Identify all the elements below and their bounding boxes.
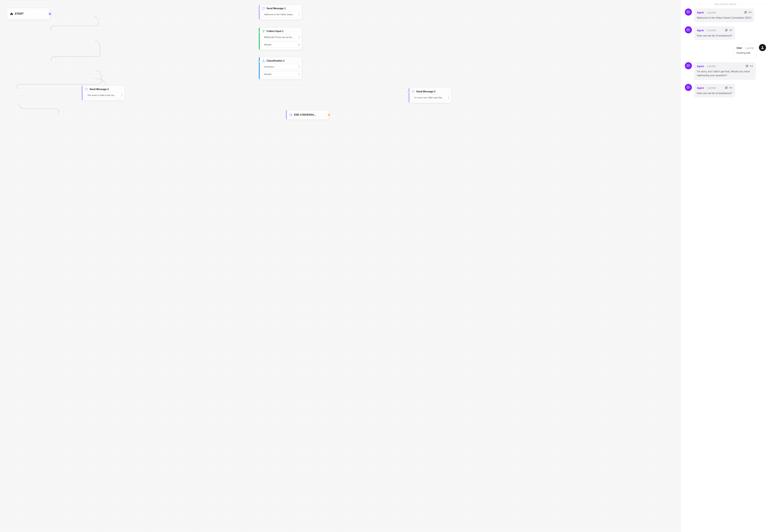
message-time: 1:49 PM: [707, 65, 716, 68]
port-out[interactable]: [298, 44, 299, 46]
pill-text: The event is held at the Gaming…: [87, 94, 121, 97]
code-icon[interactable]: [729, 86, 732, 90]
popout-icon[interactable]: [744, 11, 747, 14]
message-time: 1:49 PM: [745, 47, 754, 49]
flow-canvas[interactable]: START Send Message 1 Welcome to the Vide…: [0, 0, 681, 532]
separator-dot: ·: [743, 47, 744, 49]
node-send-message-1[interactable]: Send Message 1 Welcome to the Video Game…: [259, 5, 302, 20]
port-out[interactable]: [298, 66, 299, 68]
node-send-message-3[interactable]: Send Message 3 I'm sorry, but I didn't g…: [409, 88, 452, 103]
pill-text: $REQUEST:How can we be of assis: [264, 36, 299, 38]
pill-text: Directions: [264, 66, 274, 68]
agent-message-row: Agent·1:49 PMHow can we be of assistance…: [685, 26, 766, 40]
agent-avatar: [685, 62, 692, 69]
svg-point-17: [688, 87, 689, 88]
end-conversation-icon: [289, 113, 292, 116]
message-time: 1:49 PM: [707, 29, 716, 32]
message-body: bowling ball: [737, 51, 754, 55]
port-out[interactable]: [298, 36, 299, 38]
message-bubble: Agent·1:49 PMHow can we be of assistance…: [694, 84, 735, 98]
node-title: Send Message 3: [416, 90, 436, 93]
message-bubble: Agent·1:49 PMHow can we be of assistance…: [694, 26, 735, 40]
node-title: Send Message 2: [89, 88, 109, 91]
node-collect-input-1[interactable]: Collect Input 1 $REQUEST:How can we be o…: [259, 27, 302, 50]
separator-dot: ·: [705, 87, 706, 89]
port-in[interactable]: [258, 61, 260, 63]
message-body: How can we be of assistance?: [697, 91, 732, 95]
code-icon[interactable]: [729, 29, 732, 32]
home-icon: [10, 12, 13, 15]
message-body: How can we be of assistance?: [697, 34, 732, 38]
code-icon[interactable]: [748, 11, 752, 14]
svg-point-2: [264, 30, 264, 31]
node-title: Classification 1: [266, 59, 284, 62]
user-avatar: [759, 44, 766, 51]
svg-point-1: [262, 30, 263, 31]
port-out[interactable]: [298, 73, 299, 75]
svg-point-3: [263, 32, 264, 32]
port-in[interactable]: [258, 31, 260, 33]
svg-point-12: [688, 29, 689, 30]
node-start-title: START: [15, 12, 24, 15]
agent-message-row: Agent·1:49 PMHow can we be of assistance…: [685, 84, 766, 98]
message-time: 1:49 PM: [707, 87, 716, 89]
node-title: END CONVERSA…: [294, 113, 316, 116]
node-start[interactable]: START: [7, 8, 50, 20]
svg-point-14: [762, 46, 763, 48]
node-title: Collect Input 1: [266, 30, 283, 33]
agent-avatar: [685, 84, 692, 91]
svg-rect-7: [85, 88, 88, 90]
pill-output[interactable]: The event is held at the Gaming…: [85, 92, 122, 98]
code-icon[interactable]: [750, 65, 753, 68]
svg-rect-8: [412, 91, 415, 92]
message-icon: [85, 88, 88, 91]
port-out[interactable]: [298, 13, 299, 16]
message-bubble: Agent·1:49 PMWelcome to the Video Game C…: [694, 8, 754, 22]
message-bubble: Agent·1:49 PMI'm sorry, but I didn't get…: [694, 62, 756, 80]
svg-point-10: [688, 11, 689, 13]
agent-message-row: Agent·1:49 PMWelcome to the Video Game C…: [685, 8, 766, 22]
svg-rect-0: [262, 7, 264, 9]
flow-edges: [0, 0, 681, 532]
port-in[interactable]: [258, 8, 260, 10]
pill-text: Missed: [264, 43, 271, 46]
port-out[interactable]: [121, 94, 122, 96]
pill-directions[interactable]: Directions: [262, 64, 299, 70]
port-out[interactable]: [328, 114, 330, 116]
node-title: Send Message 1: [266, 7, 286, 10]
node-end-conversation[interactable]: END CONVERSA…: [286, 110, 329, 120]
pill-request[interactable]: $REQUEST:How can we be of assis: [262, 34, 299, 40]
agent-message-row: Agent·1:49 PMI'm sorry, but I didn't get…: [685, 62, 766, 80]
pill-output[interactable]: I'm sorry, but I didn't get that. …: [411, 95, 449, 101]
message-sender: Agent: [697, 65, 704, 68]
port-in[interactable]: [408, 92, 409, 93]
node-classification-1[interactable]: Classification 1 Directions Missed: [259, 57, 302, 79]
svg-point-4: [263, 60, 264, 60]
pill-text: Missed: [264, 73, 271, 75]
app-root: START Send Message 1 Welcome to the Vide…: [0, 0, 770, 532]
node-send-message-2[interactable]: Send Message 2 The event is held at the …: [82, 85, 125, 101]
pill-output[interactable]: Welcome to the Video Game Co…: [262, 12, 299, 17]
agent-avatar: [685, 26, 692, 33]
message-body: Welcome to the Video Game Convention 202…: [697, 16, 752, 20]
message-icon: [262, 7, 265, 10]
message-time: 1:49 PM: [707, 11, 716, 14]
popout-icon[interactable]: [746, 65, 748, 68]
port-out[interactable]: [448, 97, 449, 99]
pill-missed[interactable]: Missed: [262, 42, 299, 48]
port-out[interactable]: [49, 13, 51, 15]
message-sender: User: [737, 47, 742, 49]
chat-panel: New Session Started Agent·1:49 PMWelcome…: [681, 0, 770, 532]
message-sender: Agent: [697, 29, 704, 32]
session-header-text: New Session Started: [715, 3, 736, 5]
separator-dot: ·: [705, 29, 706, 32]
separator-dot: ·: [705, 11, 706, 14]
popout-icon[interactable]: [725, 29, 728, 32]
chat-messages: Agent·1:49 PMWelcome to the Video Game C…: [685, 8, 766, 98]
popout-icon[interactable]: [725, 86, 728, 90]
message-sender: Agent: [697, 11, 704, 14]
message-body: I'm sorry, but I didn't get that. Would …: [697, 70, 753, 77]
agent-avatar: [685, 8, 692, 16]
svg-point-15: [688, 65, 689, 66]
pill-missed[interactable]: Missed: [262, 71, 299, 77]
